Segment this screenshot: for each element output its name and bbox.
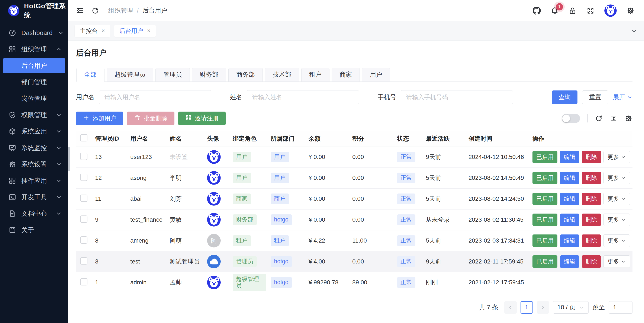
fullscreen-icon[interactable]: [586, 7, 594, 15]
sidebar-item-admin-users[interactable]: 后台用户: [3, 58, 65, 73]
edit-button[interactable]: 编辑: [560, 151, 579, 163]
sidebar-item-about[interactable]: 关于: [3, 222, 65, 238]
more-button[interactable]: 更多: [604, 214, 630, 226]
sidebar-item-org[interactable]: 组织管理: [3, 42, 65, 57]
lock-icon[interactable]: [568, 7, 576, 15]
more-button[interactable]: 更多: [604, 255, 630, 268]
filter-tab[interactable]: 商家: [332, 68, 360, 82]
enabled-button[interactable]: 已启用: [532, 193, 558, 205]
filter-tab[interactable]: 商务部: [228, 68, 263, 82]
batch-delete-button[interactable]: 批量删除: [127, 112, 174, 125]
settings-gear-icon[interactable]: [626, 7, 634, 15]
delete-button[interactable]: 删除: [582, 234, 601, 247]
row-checkbox[interactable]: [80, 153, 88, 160]
invite-register-button[interactable]: 邀请注册: [178, 112, 226, 125]
filter-tab[interactable]: 管理员: [156, 68, 190, 82]
page-size-select[interactable]: 10 / 页: [553, 301, 588, 313]
striped-toggle[interactable]: [562, 114, 580, 123]
row-height-icon[interactable]: [610, 115, 618, 122]
select-all-checkbox[interactable]: [80, 134, 88, 141]
more-button[interactable]: 更多: [604, 172, 630, 184]
sidebar-item-posts[interactable]: 岗位管理: [3, 91, 65, 106]
sidebar-scrollbar[interactable]: [68, 147, 70, 171]
user-avatar[interactable]: [604, 5, 617, 17]
query-button[interactable]: 查询: [552, 91, 578, 104]
edit-button[interactable]: 编辑: [560, 193, 579, 205]
app-logo-row[interactable]: HotGo管理系统: [0, 0, 68, 21]
table-refresh-icon[interactable]: [595, 115, 603, 122]
table-settings-gear-icon[interactable]: [625, 115, 632, 122]
row-checkbox[interactable]: [80, 236, 88, 244]
filter-tab[interactable]: 超级管理员: [106, 68, 153, 82]
notification-bell-icon[interactable]: 1: [550, 7, 559, 15]
tab-admin-users[interactable]: 后台用户 ×: [114, 25, 156, 37]
close-icon[interactable]: ×: [147, 28, 150, 34]
more-button[interactable]: 更多: [604, 234, 630, 247]
enabled-button[interactable]: 已启用: [532, 255, 558, 268]
add-user-button[interactable]: 添加用户: [76, 112, 123, 125]
edit-button[interactable]: 编辑: [560, 234, 579, 247]
next-page-button[interactable]: [537, 301, 549, 313]
sidebar-item-system-monitor[interactable]: 系统监控: [3, 140, 65, 156]
cell-last-active: 5天前: [422, 230, 464, 251]
sidebar-item-docs[interactable]: 文档中心: [3, 206, 65, 221]
edit-button[interactable]: 编辑: [560, 172, 579, 184]
row-checkbox[interactable]: [80, 195, 88, 202]
dept-tag: 商户: [270, 193, 289, 204]
menu-collapse-icon[interactable]: [76, 7, 84, 15]
edit-button[interactable]: 编辑: [560, 214, 579, 226]
github-icon[interactable]: [533, 7, 541, 15]
filter-tab[interactable]: 技术部: [265, 68, 299, 82]
row-checkbox[interactable]: [80, 278, 88, 285]
delete-button[interactable]: 删除: [582, 172, 601, 184]
delete-button[interactable]: 删除: [582, 255, 601, 268]
row-checkbox[interactable]: [80, 174, 88, 181]
tab-console[interactable]: 主控台 ×: [75, 25, 110, 37]
status-badge: 正常: [397, 256, 416, 267]
filter-tab[interactable]: 租户: [301, 68, 330, 82]
jump-page-input[interactable]: [608, 301, 632, 313]
enabled-button[interactable]: 已启用: [532, 151, 558, 163]
sidebar-item-permissions[interactable]: 权限管理: [3, 107, 65, 123]
page-number-button[interactable]: 1: [520, 301, 533, 313]
sidebar-item-dashboard[interactable]: Dashboard: [3, 25, 65, 41]
table-row: 11 abai 刘芳 商家 商户 ¥ 0.00 0.00 正常: [76, 188, 632, 209]
filter-tab[interactable]: 全部: [76, 68, 104, 82]
gauge-icon: [8, 29, 16, 37]
breadcrumb-current[interactable]: 后台用户: [142, 7, 167, 15]
refresh-icon[interactable]: [91, 7, 99, 15]
chevron-down-icon: [621, 238, 626, 243]
chevron-up-icon: [56, 46, 62, 52]
more-button[interactable]: 更多: [604, 193, 630, 205]
row-checkbox[interactable]: [80, 257, 88, 264]
sidebar-item-system-apps[interactable]: 系统应用: [3, 124, 65, 139]
app-logo-icon: [8, 5, 20, 17]
mobile-input[interactable]: [401, 90, 513, 104]
username-input[interactable]: [99, 90, 211, 104]
row-checkbox[interactable]: [80, 215, 88, 223]
edit-button[interactable]: 编辑: [560, 255, 579, 268]
enabled-button[interactable]: 已启用: [532, 214, 558, 226]
user-avatar: [207, 150, 221, 164]
sidebar-item-dev-tools[interactable]: 开发工具: [3, 189, 65, 205]
more-button[interactable]: 更多: [604, 151, 630, 163]
koala-avatar-icon: [207, 213, 221, 227]
close-icon[interactable]: ×: [102, 28, 105, 34]
breadcrumb-parent[interactable]: 组织管理: [108, 7, 133, 15]
tabs-dropdown-icon[interactable]: [631, 28, 638, 34]
reset-button[interactable]: 重置: [582, 91, 608, 104]
filter-tab[interactable]: 用户: [362, 68, 390, 82]
sidebar-item-system-settings[interactable]: 系统设置: [3, 157, 65, 172]
filter-tab[interactable]: 财务部: [192, 68, 226, 82]
sidebar-item-plugins[interactable]: 插件应用: [3, 173, 65, 188]
enabled-button[interactable]: 已启用: [532, 234, 558, 247]
sidebar-item-departments[interactable]: 部门管理: [3, 75, 65, 90]
prev-page-button[interactable]: [504, 301, 517, 313]
expand-link[interactable]: 展开: [613, 93, 632, 102]
realname-input[interactable]: [247, 90, 359, 104]
delete-button[interactable]: 删除: [582, 193, 601, 205]
qrcode-icon: [185, 114, 192, 123]
delete-button[interactable]: 删除: [582, 151, 601, 163]
enabled-button[interactable]: 已启用: [532, 172, 558, 184]
delete-button[interactable]: 删除: [582, 214, 601, 226]
